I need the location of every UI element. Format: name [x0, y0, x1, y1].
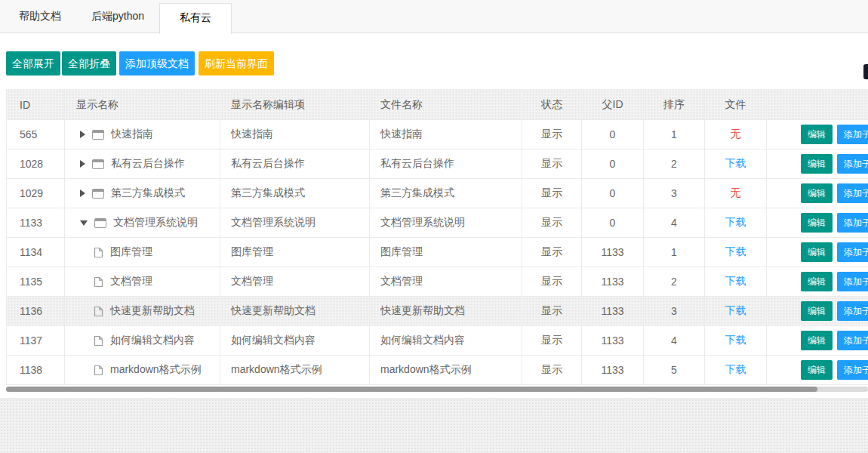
tree-node: 如何编辑文档内容 — [80, 334, 220, 347]
add-child-doc-button[interactable]: 添加子文档 — [837, 331, 868, 350]
table-row: 1029第三方集成模式第三方集成模式第三方集成模式显示03无编辑添加子文档 — [7, 179, 868, 208]
add-child-doc-button[interactable]: 添加子文档 — [837, 360, 868, 380]
add-child-doc-button[interactable]: 添加子文档 — [837, 183, 868, 203]
cell-file-state: 下载 — [705, 149, 767, 179]
cell-status: 显示 — [522, 179, 582, 208]
download-link[interactable]: 下载 — [725, 334, 746, 346]
cell-display-name: 文档管理系统说明 — [65, 208, 220, 238]
edit-button[interactable]: 编辑 — [801, 183, 833, 203]
table-header-row: ID 显示名称 显示名称编辑项 文件名称 状态 父ID 排序 文件 — [7, 90, 868, 120]
download-link[interactable]: 下载 — [725, 216, 746, 228]
table-row: 1136快速更新帮助文档快速更新帮助文档快速更新帮助文档显示11333下载编辑添… — [7, 297, 868, 326]
add-child-doc-button[interactable]: 添加子文档 — [837, 125, 868, 144]
cell-file-name: 文档管理 — [370, 267, 522, 297]
cell-parent-id: 0 — [582, 208, 644, 238]
tree-node: 文档管理系统说明 — [80, 216, 220, 230]
edit-button[interactable]: 编辑 — [801, 301, 833, 321]
tab-backend-python[interactable]: 后端python — [76, 0, 159, 32]
cell-file-state: 下载 — [705, 326, 767, 356]
cell-order: 2 — [644, 267, 705, 297]
cell-parent-id: 1133 — [582, 356, 644, 385]
refresh-page-button[interactable]: 刷新当前界面 — [199, 51, 274, 76]
doc-name: 私有云后台操作 — [111, 157, 185, 171]
edit-button[interactable]: 编辑 — [801, 272, 833, 291]
cell-display-name: 文档管理 — [65, 267, 220, 297]
cell-file-name: 快速指南 — [370, 120, 522, 149]
edit-button[interactable]: 编辑 — [801, 125, 833, 144]
cell-status: 显示 — [522, 297, 582, 326]
download-link[interactable]: 下载 — [725, 275, 746, 287]
cell-file-name: 快速更新帮助文档 — [370, 297, 522, 326]
cell-actions: 编辑添加子文档 — [767, 238, 868, 267]
download-link[interactable]: 下载 — [725, 304, 746, 316]
folder-icon — [92, 189, 104, 199]
col-header-file: 文件 — [705, 90, 767, 120]
doc-name: 第三方集成模式 — [111, 186, 185, 200]
cell-order: 1 — [644, 120, 705, 149]
tree-node: 图库管理 — [80, 245, 220, 259]
download-link[interactable]: 下载 — [725, 157, 746, 169]
expand-toggle-icon[interactable] — [80, 190, 85, 197]
folder-icon — [92, 159, 104, 169]
cell-order: 4 — [644, 326, 705, 356]
folder-icon — [92, 130, 104, 140]
edit-button[interactable]: 编辑 — [801, 360, 833, 380]
cell-id: 1136 — [7, 297, 65, 326]
add-child-doc-button[interactable]: 添加子文档 — [837, 272, 868, 291]
table-row: 565快速指南快速指南快速指南显示01无编辑添加子文档 — [7, 120, 868, 149]
edit-button[interactable]: 编辑 — [801, 331, 833, 350]
cell-display-name: 快速指南 — [65, 120, 220, 149]
expand-toggle-icon[interactable] — [80, 131, 85, 138]
add-top-doc-button[interactable]: 添加顶级文档 — [119, 51, 195, 76]
table-row: 1135文档管理文档管理文档管理显示11332下载编辑添加子文档 — [7, 267, 868, 297]
expand-all-button[interactable]: 全部展开 — [6, 51, 60, 76]
cell-id: 1029 — [7, 179, 65, 208]
download-link[interactable]: 下载 — [725, 245, 746, 257]
add-child-doc-button[interactable]: 添加子文档 — [837, 301, 868, 321]
cell-file-state: 下载 — [705, 356, 767, 385]
table-body: 565快速指南快速指南快速指南显示01无编辑添加子文档1028私有云后台操作私有… — [7, 120, 868, 385]
col-header-file-name: 文件名称 — [370, 90, 522, 120]
cell-status: 显示 — [522, 208, 582, 238]
tab-bar: 帮助文档 后端python 私有云 — [0, 0, 868, 33]
table-row: 1134图库管理图库管理图库管理显示11331下载编辑添加子文档 — [7, 238, 868, 267]
file-icon — [94, 306, 103, 317]
expand-toggle-icon[interactable] — [80, 160, 85, 168]
cell-order: 4 — [644, 208, 705, 238]
cell-id: 1028 — [7, 149, 65, 179]
cell-file-state: 下载 — [705, 208, 767, 238]
horizontal-scrollbar-thumb[interactable] — [6, 387, 817, 392]
cell-edit-name: 如何编辑文档内容 — [220, 326, 370, 356]
doc-name: 图库管理 — [110, 245, 152, 259]
cell-display-name: 私有云后台操作 — [65, 149, 220, 179]
cell-edit-name: 文档管理 — [220, 267, 370, 297]
doc-name: 快速指南 — [111, 128, 153, 141]
cell-edit-name: 第三方集成模式 — [220, 179, 370, 208]
cell-file-name: markdown格式示例 — [370, 356, 522, 385]
add-child-doc-button[interactable]: 添加子文档 — [837, 242, 868, 262]
edit-button[interactable]: 编辑 — [801, 242, 833, 262]
folder-icon — [94, 218, 106, 228]
cell-display-name: 如何编辑文档内容 — [65, 326, 220, 356]
cell-parent-id: 1133 — [582, 297, 644, 326]
collapse-toggle-icon[interactable] — [80, 220, 88, 226]
tab-private-cloud[interactable]: 私有云 — [159, 3, 232, 34]
add-child-doc-button[interactable]: 添加子文档 — [837, 213, 868, 233]
edit-button[interactable]: 编辑 — [801, 154, 833, 174]
cell-order: 2 — [644, 149, 705, 179]
cell-status: 显示 — [522, 267, 582, 297]
doc-name: 文档管理 — [110, 275, 152, 288]
download-link[interactable]: 下载 — [725, 363, 746, 375]
collapse-all-button[interactable]: 全部折叠 — [62, 51, 116, 76]
partial-element-right-edge — [863, 64, 868, 79]
add-child-doc-button[interactable]: 添加子文档 — [837, 154, 868, 174]
cell-order: 5 — [644, 356, 705, 385]
edit-button[interactable]: 编辑 — [801, 213, 833, 233]
cell-edit-name: 快速更新帮助文档 — [220, 297, 370, 326]
cell-id: 1134 — [7, 238, 65, 267]
horizontal-scrollbar-track[interactable] — [6, 387, 868, 392]
cell-order: 3 — [644, 297, 705, 326]
tab-help-docs[interactable]: 帮助文档 — [4, 0, 76, 32]
cell-edit-name: markdown格式示例 — [220, 356, 370, 385]
cell-actions: 编辑添加子文档 — [767, 326, 868, 356]
